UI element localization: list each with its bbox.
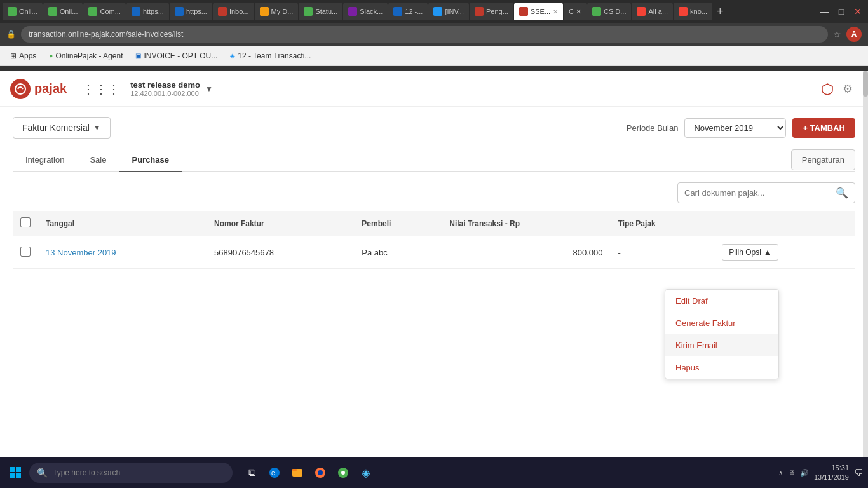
window-controls: — □ ✕ bbox=[817, 4, 865, 19]
tab-purchase-label: Purchase bbox=[132, 155, 169, 165]
tab-label-8: Statu... bbox=[315, 8, 337, 15]
start-button[interactable] bbox=[5, 463, 25, 483]
dropdown-hapus[interactable]: Hapus bbox=[665, 356, 778, 379]
dropdown-edit-draf[interactable]: Edit Draf bbox=[665, 290, 778, 312]
browser-tab-9[interactable]: Slack... bbox=[343, 3, 388, 20]
tab-label-3: Com... bbox=[100, 8, 120, 15]
faktur-komersial-button[interactable]: Faktur Komersial ▼ bbox=[13, 117, 111, 139]
dropdown-kirim-email[interactable]: Kirim Email bbox=[665, 334, 778, 356]
tab-sale[interactable]: Sale bbox=[77, 149, 119, 172]
taskbar: 🔍 Type here to search ⧉ e bbox=[0, 458, 868, 488]
tab-favicon-5 bbox=[175, 7, 184, 16]
taskbar-search-placeholder: Type here to search bbox=[53, 468, 120, 477]
taskbar-chevron-icon[interactable]: ∧ bbox=[778, 470, 783, 477]
taskbar-app-other[interactable]: ◈ bbox=[356, 463, 376, 483]
taskbar-app-edge[interactable]: e bbox=[264, 463, 285, 483]
grid-menu-icon[interactable]: ⋮⋮⋮ bbox=[82, 81, 120, 97]
browser-tab-8[interactable]: Statu... bbox=[299, 3, 342, 20]
search-input[interactable] bbox=[684, 188, 836, 198]
row-date-link[interactable]: 13 November 2019 bbox=[46, 248, 116, 257]
bookmark-apps[interactable]: ⊞ Apps bbox=[6, 50, 40, 62]
tab-favicon-12 bbox=[475, 7, 484, 16]
taskbar-search[interactable]: 🔍 Type here to search bbox=[29, 463, 233, 483]
browser-tab-7[interactable]: My D... bbox=[255, 3, 299, 20]
tab-label-13: SSE... bbox=[531, 8, 550, 15]
bookmark-invoice[interactable]: ▣ INVOICE - OPT OU... bbox=[132, 50, 221, 62]
browser-tab-3[interactable]: Com... bbox=[83, 3, 125, 20]
dropdown-menu: Edit Draf Generate Faktur Kirim Email Ha… bbox=[665, 289, 779, 379]
tab-favicon-16 bbox=[637, 7, 646, 16]
browser-tab-16[interactable]: All a... bbox=[632, 3, 673, 20]
tab-favicon-1 bbox=[8, 7, 17, 16]
shield-icon[interactable] bbox=[817, 79, 837, 99]
dropdown-generate-faktur[interactable]: Generate Faktur bbox=[665, 312, 778, 334]
taskbar-app-firefox[interactable] bbox=[310, 463, 330, 483]
taskbar-app-taskview[interactable]: ⧉ bbox=[241, 463, 262, 483]
browser-tab-6[interactable]: Inbo... bbox=[213, 3, 254, 20]
tab-close-13[interactable]: ✕ bbox=[553, 8, 558, 15]
tab-label-16: All a... bbox=[648, 8, 668, 15]
bookmark-star-icon[interactable]: ☆ bbox=[833, 29, 841, 39]
bookmark-team[interactable]: ◈ 12 - Team Transacti... bbox=[226, 50, 315, 62]
taskbar-app-explorer[interactable] bbox=[287, 463, 308, 483]
clock[interactable]: 15:31 13/11/2019 bbox=[814, 463, 849, 483]
tab-label-2: Onli... bbox=[60, 8, 78, 15]
firefox-icon bbox=[314, 466, 327, 479]
taskbar-sound-icon[interactable]: 🔊 bbox=[800, 469, 809, 477]
maximize-button[interactable]: □ bbox=[834, 4, 849, 19]
browser-tab-13[interactable]: SSE... ✕ bbox=[514, 3, 563, 20]
tab-favicon-15 bbox=[592, 7, 601, 16]
org-dropdown-chevron-icon: ▼ bbox=[205, 85, 213, 93]
org-dropdown[interactable]: test release demo 12.420.001.0-002.000 ▼ bbox=[120, 80, 213, 97]
pengaturan-button[interactable]: Pengaturan bbox=[791, 149, 855, 170]
url-input[interactable]: transaction.online-pajak.com/sale-invoic… bbox=[21, 26, 828, 43]
tambah-button[interactable]: + TAMBAH bbox=[792, 118, 855, 138]
search-box: 🔍 bbox=[677, 182, 855, 203]
scroll-thumb[interactable] bbox=[863, 71, 868, 97]
browser-tab-14[interactable]: C ✕ bbox=[564, 3, 587, 20]
header-checkbox-cell bbox=[13, 211, 38, 236]
scrollbar[interactable] bbox=[863, 71, 868, 458]
select-all-checkbox[interactable] bbox=[20, 217, 31, 227]
browser-tab-15[interactable]: CS D... bbox=[587, 3, 631, 20]
tab-favicon-2 bbox=[48, 7, 57, 16]
row-nomor-faktur: 5689076545678 bbox=[207, 236, 354, 269]
team-icon: ◈ bbox=[230, 52, 235, 59]
row-tipe-pajak-value: - bbox=[618, 248, 621, 257]
browser-tab-11[interactable]: [INV... bbox=[428, 3, 469, 20]
row-checkbox[interactable] bbox=[20, 247, 31, 257]
logo: pajak bbox=[10, 79, 67, 99]
notification-icon[interactable]: 🗨 bbox=[854, 468, 863, 478]
search-row: 🔍 bbox=[13, 182, 855, 203]
chrome-icon bbox=[337, 466, 349, 479]
header-tanggal: Tanggal bbox=[38, 211, 207, 236]
browser-tab-4[interactable]: https... bbox=[126, 3, 169, 20]
logo-circle bbox=[10, 79, 31, 99]
pilih-opsi-button[interactable]: Pilih Opsi ▲ bbox=[722, 244, 778, 261]
search-icon[interactable]: 🔍 bbox=[836, 187, 848, 199]
browser-tab-17[interactable]: kno... bbox=[674, 3, 712, 20]
browser-tab-12[interactable]: Peng... bbox=[470, 3, 513, 20]
org-name: test release demo bbox=[130, 80, 200, 90]
taskbar-app-chrome[interactable] bbox=[333, 463, 353, 483]
taskbar-network-icon: 🖥 bbox=[788, 469, 795, 477]
periode-select[interactable]: November 2019 bbox=[684, 118, 786, 138]
tab-integration[interactable]: Integration bbox=[13, 149, 77, 172]
org-code: 12.420.001.0-002.000 bbox=[130, 90, 200, 97]
profile-button[interactable]: A bbox=[846, 27, 862, 42]
minimize-button[interactable]: — bbox=[817, 4, 832, 19]
tab-label-1: Onli... bbox=[19, 8, 37, 15]
browser-tab-2[interactable]: Onli... bbox=[43, 3, 83, 20]
browser-tab-1[interactable]: Onli... bbox=[3, 3, 43, 20]
tab-label-17: kno... bbox=[690, 8, 707, 15]
bookmark-onlinepajak[interactable]: ● OnlinePajak - Agent bbox=[45, 50, 126, 62]
browser-tab-10[interactable]: 12 -... bbox=[388, 3, 428, 20]
pengaturan-label: Pengaturan bbox=[802, 155, 844, 165]
svg-rect-3 bbox=[10, 473, 15, 478]
browser-tab-5[interactable]: https... bbox=[170, 3, 212, 20]
tab-purchase[interactable]: Purchase bbox=[119, 149, 182, 172]
settings-icon[interactable]: ⚙ bbox=[837, 79, 858, 99]
header-nilai-transaksi: Nilai Transaksi - Rp bbox=[442, 211, 610, 236]
close-button[interactable]: ✕ bbox=[850, 4, 865, 19]
new-tab-button[interactable]: + bbox=[713, 5, 728, 18]
